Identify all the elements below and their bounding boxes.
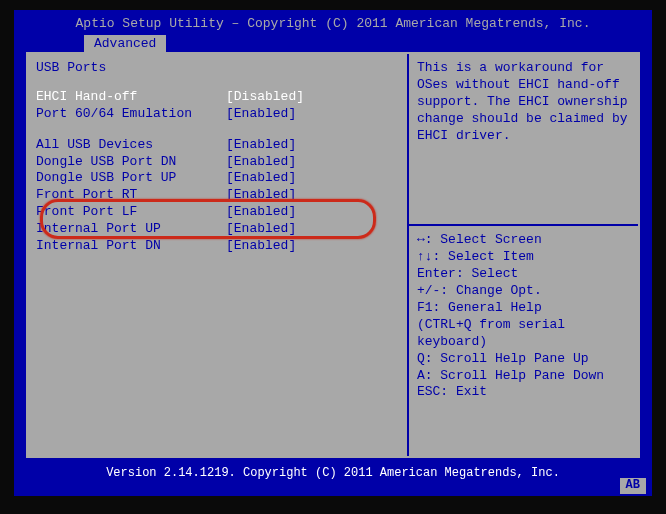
- setting-label: Port 60/64 Emulation: [36, 106, 226, 123]
- footer-badge: AB: [620, 478, 646, 494]
- setting-label: Dongle USB Port DN: [36, 154, 226, 171]
- help-text: This is a workaround for OSes without EH…: [417, 60, 630, 144]
- setting-row[interactable]: Front Port LF [Enabled]: [36, 204, 399, 221]
- setting-value: [Enabled]: [226, 221, 296, 238]
- key-hint: A: Scroll Help Pane Down: [417, 368, 630, 385]
- key-hint: ESC: Exit: [417, 384, 630, 401]
- setting-row[interactable]: Internal Port DN [Enabled]: [36, 238, 399, 255]
- setting-value: [Enabled]: [226, 204, 296, 221]
- setting-value: [Enabled]: [226, 170, 296, 187]
- setting-row[interactable]: Dongle USB Port UP [Enabled]: [36, 170, 399, 187]
- key-hint: F1: General Help: [417, 300, 630, 317]
- utility-title: Aptio Setup Utility – Copyright (C) 2011…: [14, 14, 652, 35]
- setting-row[interactable]: Port 60/64 Emulation [Enabled]: [36, 106, 399, 123]
- setting-row-highlighted[interactable]: All USB Devices [Enabled]: [36, 137, 399, 154]
- setting-value: [Enabled]: [226, 187, 296, 204]
- setting-row[interactable]: Front Port RT [Enabled]: [36, 187, 399, 204]
- setting-value: [Enabled]: [226, 238, 296, 255]
- setting-row[interactable]: Internal Port UP [Enabled]: [36, 221, 399, 238]
- setting-label: EHCI Hand-off: [36, 89, 226, 106]
- key-hint: keyboard): [417, 334, 630, 351]
- setting-value: [Enabled]: [226, 106, 296, 123]
- main-area: USB Ports EHCI Hand-off [Disabled] Port …: [26, 52, 640, 458]
- key-hint: Q: Scroll Help Pane Up: [417, 351, 630, 368]
- footer: Version 2.14.1219. Copyright (C) 2011 Am…: [14, 458, 652, 496]
- setting-row[interactable]: Dongle USB Port DN [Enabled]: [36, 154, 399, 171]
- tab-advanced[interactable]: Advanced: [84, 35, 166, 54]
- key-hint: Enter: Select: [417, 266, 630, 283]
- section-title: USB Ports: [36, 60, 399, 77]
- key-hint: ↔: Select Screen: [417, 232, 630, 249]
- setting-value: [Enabled]: [226, 137, 296, 154]
- setting-value: [Disabled]: [226, 89, 304, 106]
- divider: [409, 224, 638, 226]
- tab-row: Advanced: [14, 35, 652, 54]
- key-hints: ↔: Select Screen ↑↓: Select Item Enter: …: [417, 232, 630, 401]
- help-pane: This is a workaround for OSes without EH…: [409, 54, 638, 456]
- setting-label: Front Port RT: [36, 187, 226, 204]
- setting-label: Internal Port UP: [36, 221, 226, 238]
- key-hint: (CTRL+Q from serial: [417, 317, 630, 334]
- key-hint: ↑↓: Select Item: [417, 249, 630, 266]
- settings-pane: USB Ports EHCI Hand-off [Disabled] Port …: [28, 54, 409, 456]
- setting-label: Internal Port DN: [36, 238, 226, 255]
- setting-label: Dongle USB Port UP: [36, 170, 226, 187]
- setting-row[interactable]: EHCI Hand-off [Disabled]: [36, 89, 399, 106]
- header: Aptio Setup Utility – Copyright (C) 2011…: [14, 10, 652, 52]
- setting-label: All USB Devices: [36, 137, 226, 154]
- setting-label: Front Port LF: [36, 204, 226, 221]
- version-line: Version 2.14.1219. Copyright (C) 2011 Am…: [14, 458, 652, 482]
- bios-screen: Aptio Setup Utility – Copyright (C) 2011…: [14, 10, 652, 496]
- setting-value: [Enabled]: [226, 154, 296, 171]
- key-hint: +/-: Change Opt.: [417, 283, 630, 300]
